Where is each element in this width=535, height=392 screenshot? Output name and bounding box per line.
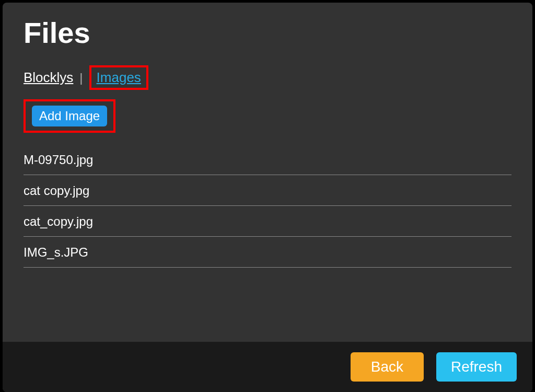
back-button[interactable]: Back (351, 352, 424, 382)
modal-content: Files Blocklys | Images Add Image M-0975… (3, 3, 532, 342)
highlight-add-button: Add Image (24, 99, 115, 133)
highlight-images-tab: Images (89, 65, 148, 90)
file-item[interactable]: cat copy.jpg (24, 175, 511, 206)
modal-footer: Back Refresh (3, 342, 532, 392)
file-item[interactable]: IMG_s.JPG (24, 237, 511, 268)
add-image-button[interactable]: Add Image (32, 106, 107, 126)
file-list: M-09750.jpg cat copy.jpg cat_copy.jpg IM… (24, 144, 511, 268)
tab-images[interactable]: Images (97, 70, 141, 86)
tabs-row: Blocklys | Images (24, 65, 511, 90)
page-title: Files (24, 16, 511, 50)
tab-separator: | (79, 71, 83, 85)
file-item[interactable]: M-09750.jpg (24, 144, 511, 175)
refresh-button[interactable]: Refresh (436, 352, 517, 382)
files-modal: Files Blocklys | Images Add Image M-0975… (3, 3, 532, 392)
file-item[interactable]: cat_copy.jpg (24, 206, 511, 237)
tab-blocklys[interactable]: Blocklys (24, 70, 73, 86)
